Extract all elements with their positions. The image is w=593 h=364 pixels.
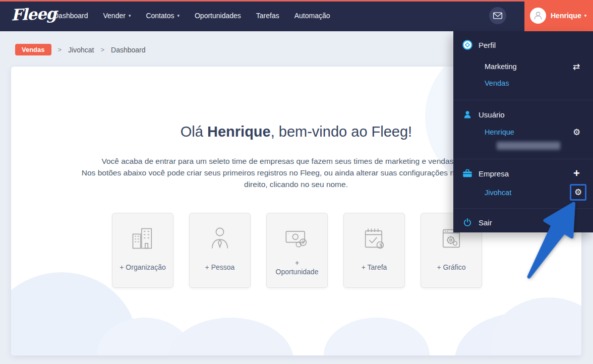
- person-icon: [190, 224, 250, 253]
- nav-tarefas[interactable]: Tarefas: [256, 12, 279, 20]
- briefcase-icon: [461, 168, 473, 179]
- menu-item-sair[interactable]: Sair: [453, 215, 593, 230]
- card-label: + Oportunidade: [267, 254, 327, 281]
- nav-automacao[interactable]: Automação: [294, 12, 330, 20]
- menu-item-vendas[interactable]: Vendas: [453, 77, 593, 90]
- create-oportunidade-card[interactable]: + Oportunidade: [266, 213, 328, 288]
- swap-profile-icon[interactable]: ⇄: [573, 62, 580, 72]
- buildings-icon: [112, 224, 173, 253]
- app-window: Fleeg Dashboard Vender▾ Contatos▾ Oportu…: [0, 0, 593, 364]
- calendar-check-icon: [344, 224, 404, 253]
- nav-vender[interactable]: Vender▾: [103, 12, 131, 20]
- cloud-decoration: [167, 318, 293, 355]
- mail-button[interactable]: [489, 7, 506, 24]
- create-pessoa-card[interactable]: + Pessoa: [189, 213, 251, 288]
- fleeg-logo[interactable]: Fleeg: [11, 4, 56, 24]
- money-icon: [267, 224, 327, 253]
- profile-dropdown-menu: Perfil Marketing ⇄ Vendas Usuário Henriq…: [453, 31, 593, 232]
- menu-item-marketing[interactable]: Marketing ⇄: [453, 59, 593, 74]
- card-label: + Gráfico: [421, 254, 482, 281]
- menu-divider: [453, 208, 593, 209]
- usuario-section-header: Usuário: [453, 107, 593, 122]
- empresa-section-header: Empresa +: [453, 166, 593, 181]
- menu-item-henrique[interactable]: Henrique ⚙: [453, 125, 593, 139]
- main-nav: Dashboard Vender▾ Contatos▾ Oportunidade…: [53, 0, 330, 31]
- card-label: + Organização: [112, 254, 173, 281]
- person-outline-icon: [532, 10, 544, 21]
- add-company-icon[interactable]: +: [573, 168, 580, 178]
- menu-divider: [453, 159, 593, 159]
- breadcrumb: Vendas > Jivohcat > Dashboard: [15, 44, 146, 55]
- breadcrumb-item-jivohcat[interactable]: Jivohcat: [68, 46, 94, 54]
- envelope-icon: [493, 12, 503, 20]
- company-settings-gear-button[interactable]: ⚙: [570, 184, 586, 201]
- breadcrumb-root-badge[interactable]: Vendas: [15, 44, 51, 55]
- power-icon: [461, 217, 473, 227]
- welcome-heading-username: Henrique: [207, 124, 271, 140]
- create-tarefa-card[interactable]: + Tarefa: [343, 213, 405, 288]
- create-organizacao-card[interactable]: + Organização: [112, 213, 173, 288]
- nav-contatos[interactable]: Contatos▾: [146, 12, 180, 20]
- user-icon: [461, 109, 473, 119]
- user-name: Henrique: [551, 12, 581, 20]
- card-label: + Pessoa: [190, 254, 250, 281]
- menu-divider: [453, 100, 593, 100]
- target-circle-icon: [461, 39, 473, 50]
- cloud-decoration: [324, 318, 430, 355]
- chevron-down-icon: ▾: [584, 13, 587, 18]
- user-settings-gear-icon[interactable]: ⚙: [573, 127, 580, 138]
- breadcrumb-item-dashboard[interactable]: Dashboard: [111, 46, 146, 54]
- redacted-email: [497, 142, 560, 150]
- chevron-down-icon: ▾: [129, 13, 131, 18]
- nav-dashboard[interactable]: Dashboard: [53, 12, 88, 20]
- perfil-section-header: Perfil: [453, 37, 593, 52]
- gear-icon: ⚙: [574, 187, 582, 198]
- quick-create-cards: + Organização + Pessoa: [112, 213, 482, 288]
- user-menu-button[interactable]: Henrique ▾: [524, 0, 593, 31]
- card-label: + Tarefa: [344, 254, 404, 281]
- avatar: [530, 8, 546, 24]
- nav-oportunidades[interactable]: Oportunidades: [195, 12, 241, 20]
- chevron-down-icon: ▾: [177, 13, 180, 18]
- breadcrumb-separator: >: [58, 46, 62, 53]
- breadcrumb-separator: >: [100, 46, 104, 53]
- top-navigation-bar: Fleeg Dashboard Vender▾ Contatos▾ Oportu…: [0, 0, 593, 31]
- cloud-decoration: [491, 297, 581, 355]
